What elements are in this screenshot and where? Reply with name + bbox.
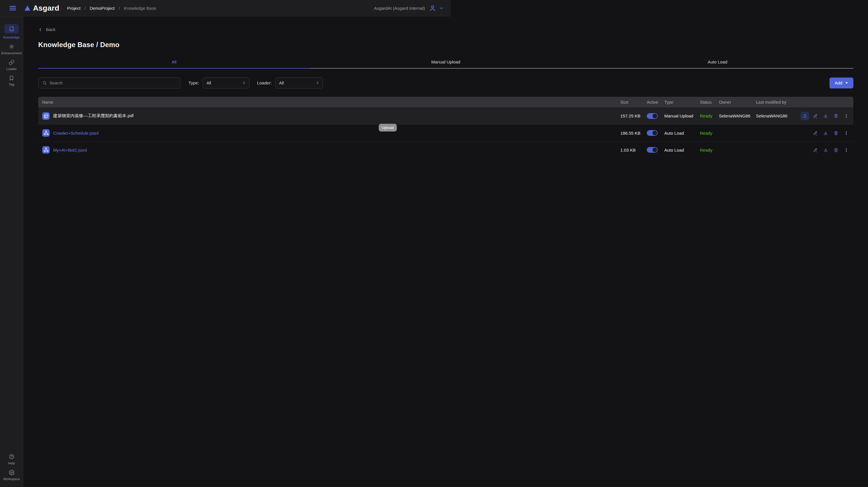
main-content: Back Knowledge Base / Demo All Manual Up… <box>24 17 451 253</box>
sidebar-item-label: Knowledge <box>3 36 20 39</box>
sidebar: Knowledge Enhancement Loader Tag Help W <box>0 17 23 253</box>
select-updown-icon <box>242 81 246 85</box>
sidebar-item-enhancement[interactable]: Enhancement <box>0 44 23 55</box>
brand-name: Asgard <box>33 4 59 13</box>
sidebar-item-loader[interactable]: Loader <box>0 59 23 71</box>
breadcrumb-item-demoproject[interactable]: DemoProject <box>90 6 115 11</box>
user-icon[interactable] <box>429 5 436 12</box>
table-row[interactable]: PDF建築物室內裝修—工程承攬契約書範本.pdf157.25 KBManual … <box>38 107 451 124</box>
brand-logo-icon <box>24 5 30 11</box>
loader-filter-select[interactable]: All <box>275 77 323 89</box>
brand[interactable]: Asgard <box>24 4 59 13</box>
page-title: Knowledge Base / Demo <box>38 41 451 49</box>
back-button[interactable]: Back <box>38 27 56 32</box>
type-filter-value: All <box>207 81 211 85</box>
column-header-name: Name <box>42 100 451 104</box>
search-box[interactable] <box>38 77 180 89</box>
upload-tooltip: Upload <box>379 124 397 131</box>
breadcrumb: Project / DemoProject / Knowledge Base <box>67 6 156 11</box>
top-bar: Asgard Project / DemoProject / Knowledge… <box>0 0 451 17</box>
file-name: 建築物室內裝修—工程承攬契約書範本.pdf <box>53 113 134 119</box>
tab-bar: All Manual Upload Auto Load <box>38 59 451 69</box>
account-label: AsgardAI (Asgard Internal) <box>374 6 425 11</box>
sun-icon <box>9 44 14 50</box>
hamburger-menu-icon[interactable] <box>9 4 17 12</box>
breadcrumb-item-project[interactable]: Project <box>67 6 81 11</box>
sidebar-item-label: Loader <box>6 67 17 71</box>
table-header: Name Size Active Type Status Owner Last … <box>38 97 451 107</box>
chevron-left-icon <box>38 27 43 32</box>
sidebar-item-tag[interactable]: Tag <box>0 75 23 86</box>
breadcrumb-separator: / <box>85 6 86 11</box>
tab-all[interactable]: All <box>38 59 310 69</box>
back-label: Back <box>46 27 56 32</box>
files-table: Name Size Active Type Status Owner Last … <box>38 97 451 158</box>
tab-manual-upload[interactable]: Manual Upload <box>310 59 451 69</box>
breadcrumb-separator: / <box>119 6 120 11</box>
search-input[interactable] <box>50 81 177 85</box>
type-filter-select[interactable]: All <box>203 77 249 89</box>
sidebar-item-label: Tag <box>9 83 14 86</box>
sidebar-item-knowledge[interactable]: Knowledge <box>0 24 23 39</box>
file-name[interactable]: My+AI+Bot2.jsonl <box>53 148 87 153</box>
svg-text:PDF: PDF <box>45 115 48 116</box>
breadcrumb-item-knowledge-base: Knowledge Base <box>124 6 156 11</box>
table-rows: PDF建築物室內裝修—工程承攬契約書範本.pdf157.25 KBManual … <box>38 107 451 158</box>
account-chevron-down-icon[interactable] <box>439 6 444 11</box>
type-filter-label: Type: <box>188 80 199 85</box>
loader-filter-label: Loader: <box>257 80 272 85</box>
sidebar-item-label: Enhancement <box>1 52 22 55</box>
jsonl-file-icon <box>42 129 50 137</box>
book-icon <box>9 26 14 32</box>
loader-filter-value: All <box>279 81 284 85</box>
file-name[interactable]: Crawler+Schedule.jsonl <box>53 131 98 135</box>
jsonl-file-icon <box>42 146 50 154</box>
search-icon <box>42 81 47 85</box>
table-row[interactable]: My+AI+Bot2.jsonl1.03 KBAuto LoadReady <box>38 141 451 158</box>
pdf-file-icon: PDF <box>42 112 50 120</box>
bookmark-icon <box>9 75 14 81</box>
filter-bar: Type: All Loader: All Add <box>38 77 451 89</box>
link-icon <box>9 59 14 65</box>
select-updown-icon <box>316 81 319 85</box>
